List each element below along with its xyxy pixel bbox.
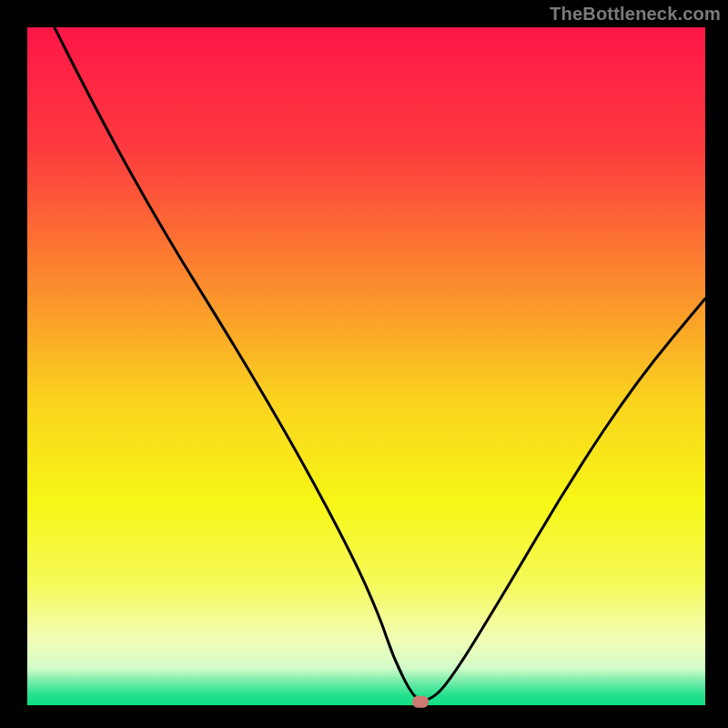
watermark-label: TheBottleneck.com <box>550 4 721 25</box>
plot-area <box>27 27 705 705</box>
bottleneck-chart <box>0 0 728 728</box>
chart-container: TheBottleneck.com <box>0 0 728 728</box>
current-config-marker <box>412 696 429 708</box>
